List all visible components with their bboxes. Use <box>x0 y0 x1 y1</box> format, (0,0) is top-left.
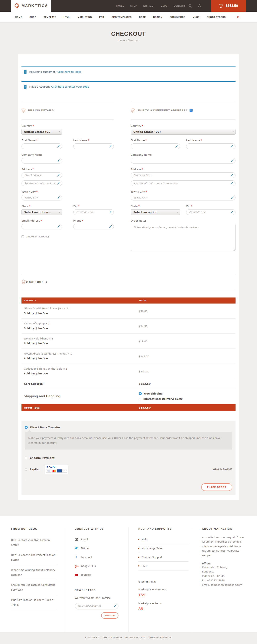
main-nav-marketing[interactable]: MARKETING <box>78 16 92 18</box>
radio-bank-transfer[interactable] <box>25 426 28 429</box>
radio-cheque-payment[interactable] <box>25 456 27 459</box>
cheque-payment-label: Cheque Payment <box>30 456 54 460</box>
social-youtube-link[interactable]: Youtube <box>75 570 121 579</box>
billing-country-select[interactable]: United States (US) ▾ <box>22 129 62 134</box>
shipping-last-name-label: Last Name* <box>186 139 236 142</box>
youtube-icon <box>75 574 78 576</box>
shipping-first-name-input[interactable] <box>131 144 180 149</box>
search-icon[interactable] <box>188 4 192 8</box>
social-google-plus-link[interactable]: g+ Google Plus <box>75 562 121 570</box>
billing-town-input[interactable] <box>22 195 62 200</box>
order-notes-textarea[interactable] <box>131 224 236 251</box>
signup-button[interactable]: SIGN UP <box>101 612 118 619</box>
create-account-checkbox[interactable] <box>22 236 24 238</box>
faq-link[interactable]: FAQ <box>138 562 188 570</box>
billing-state-select[interactable]: Select an option... ▾ <box>22 209 62 215</box>
subtotal-label: Cart Subtotal <box>22 382 139 385</box>
radio-paypal[interactable] <box>25 468 27 471</box>
billing-email-input[interactable] <box>22 224 62 230</box>
main-nav-ecommerce[interactable]: ECOMMERCE <box>170 16 185 18</box>
nav-expand-chevron-icon[interactable] <box>237 16 239 18</box>
resize-grip[interactable] <box>233 249 235 251</box>
blog-post-link[interactable]: What is So Alluring About Celebrity Fash… <box>11 565 58 580</box>
shipping-row: Shipping and Handling Free Shipping Inte… <box>22 389 236 404</box>
help-link[interactable]: Help <box>138 535 188 544</box>
cart-button[interactable]: $653.50 <box>211 0 246 12</box>
what-is-paypal-link[interactable]: What is PayPal? <box>213 468 232 471</box>
square-bullet-icon <box>138 556 139 558</box>
top-nav-contact[interactable]: CONTACT <box>174 4 185 7</box>
billing-last-name-input[interactable] <box>73 144 114 149</box>
coupon-notice: i Have a coupon? Click here to enter you… <box>22 81 236 96</box>
blog-post-link[interactable]: Should You Use Fashion Consultant Servic… <box>11 580 58 595</box>
login-link[interactable]: Click here to login <box>58 70 81 73</box>
breadcrumb-home[interactable]: Home <box>118 39 125 42</box>
shipping-street-input[interactable] <box>131 172 236 178</box>
marketplace-members-count: 159 <box>138 592 185 598</box>
shipping-company-input[interactable] <box>131 158 236 164</box>
shipping-country-select[interactable]: United States (US) ▾ <box>131 129 236 134</box>
main-nav-photo-stocks[interactable]: PHOTO STOCKS <box>207 16 226 18</box>
main-nav-home[interactable]: HOME <box>15 16 22 18</box>
radio-free-shipping[interactable] <box>139 392 142 395</box>
billing-company-input[interactable] <box>22 158 62 164</box>
main-nav-code[interactable]: CODE <box>139 16 146 18</box>
pen-icon <box>57 182 60 185</box>
top-nav-shop[interactable]: SHOP <box>130 4 137 7</box>
main-nav-template[interactable]: TEMPLATE <box>44 16 56 18</box>
top-nav-blog[interactable]: BLOG <box>161 4 168 7</box>
ship-different-checkbox[interactable]: ✓ <box>190 109 192 112</box>
main-nav-psd[interactable]: PSD <box>99 16 104 18</box>
blog-post-link[interactable]: How To Start Your Own Fashion Store? <box>11 535 58 550</box>
shipping-state-select[interactable]: Select an option... ▾ <box>131 209 180 215</box>
marketplace-items-count: 38 <box>138 606 185 611</box>
blog-post-link[interactable]: Plus Size Fashion: Is There Such a Thing… <box>11 595 58 610</box>
billing-street-input[interactable] <box>22 172 62 178</box>
main-nav-html[interactable]: HTML <box>64 16 70 18</box>
brand-logo[interactable]: MARKETICA <box>11 0 51 12</box>
shipping-apartment-input[interactable] <box>131 180 236 186</box>
main-nav-design[interactable]: DESIGN <box>153 16 162 18</box>
brand-tag-icon <box>14 3 20 9</box>
shipping-last-name-input[interactable] <box>186 144 236 149</box>
pen-icon <box>175 145 178 148</box>
table-row: Proton Absolute Wordpress Themes × 1 Sol… <box>22 349 236 364</box>
billing-first-name-input[interactable] <box>22 144 62 149</box>
legal-links[interactable]: PRIVACY POLICY . TERMS OF SERVICES <box>126 636 172 639</box>
pen-icon <box>231 182 234 185</box>
main-nav-cms-templates[interactable]: CMS TEMPLATES <box>112 16 132 18</box>
place-order-button[interactable]: PLACE ORDER <box>201 483 232 491</box>
main-nav-shop[interactable]: SHOP <box>30 16 36 18</box>
billing-zip-input[interactable] <box>73 209 114 215</box>
billing-phone-input[interactable] <box>73 224 114 230</box>
paypal-logo: PayPal <box>46 466 67 468</box>
amex-card-icon <box>57 469 62 473</box>
coupon-link[interactable]: Click here to enter your code <box>51 85 89 88</box>
top-nav-pages[interactable]: PAGES <box>116 4 124 7</box>
pen-icon <box>109 225 112 228</box>
bank-transfer-label: Direct Bank Transfer <box>30 426 60 429</box>
shipping-country-label: Country* <box>131 124 236 127</box>
newsletter-email-input[interactable] <box>75 602 118 610</box>
social-email-link[interactable]: Email <box>75 535 121 544</box>
product-seller: Sold by: John Doe <box>24 327 139 330</box>
office-line: Email. someone@someone.com <box>202 583 250 587</box>
top-nav-wishlist[interactable]: WISHLIST <box>143 4 155 7</box>
paypal-cards-box: PayPal VISA DISCOVER <box>44 464 69 474</box>
social-twitter-link[interactable]: Twitter <box>75 544 121 553</box>
user-icon[interactable] <box>198 4 202 8</box>
billing-email-label: Email Address* <box>22 219 62 222</box>
help-heading: HELP AND SUPPORTS <box>138 527 185 530</box>
contact-support-link[interactable]: Contact Support <box>138 553 188 562</box>
shipping-town-input[interactable] <box>131 195 236 200</box>
top-nav: PAGES SHOP WISHLIST BLOG CONTACT <box>116 0 185 12</box>
shipping-zip-input[interactable] <box>186 209 236 215</box>
billing-apartment-input[interactable] <box>22 180 62 186</box>
knowledge-base-link[interactable]: Knowladge Base <box>138 544 188 553</box>
blog-post-link[interactable]: How To Choose The Perfect Fashion Store? <box>11 550 58 565</box>
radio-international-delivery[interactable] <box>139 398 141 400</box>
main-nav-muse[interactable]: MUSE <box>192 16 200 18</box>
main-nav: HOME SHOP TEMPLATE HTML MARKETING PSD CM… <box>0 12 257 22</box>
social-facebook-link[interactable]: f Facebook <box>75 553 121 562</box>
cart-total: $653.50 <box>226 4 238 8</box>
